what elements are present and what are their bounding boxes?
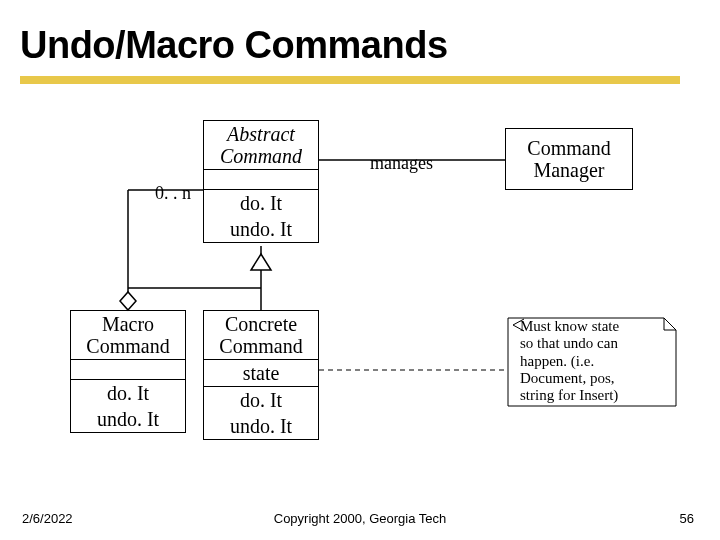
slide: Undo/Macro Commands Abstract Command do.…: [0, 0, 720, 540]
attr-compartment-empty: [71, 359, 185, 379]
manages-label: manages: [370, 153, 433, 174]
class-name: Command Manager: [506, 129, 632, 189]
note-line: so that undo can: [520, 335, 675, 352]
class-command-manager: Command Manager: [505, 128, 633, 190]
multiplicity-label: 0. . n: [155, 183, 191, 204]
class-concrete-command: Concrete Command state do. It undo. It: [203, 310, 319, 440]
op-doit: do. It: [204, 190, 318, 216]
uml-note: Must know state so that undo can happen.…: [520, 318, 675, 404]
ops-compartment: do. It undo. It: [204, 189, 318, 242]
op-undoit: undo. It: [71, 406, 185, 432]
op-doit: do. It: [204, 387, 318, 413]
aggregation-diamond-icon: [120, 292, 136, 310]
class-name: Abstract Command: [204, 121, 318, 169]
footer-copyright: Copyright 2000, Georgia Tech: [0, 511, 720, 526]
class-name: Macro Command: [71, 311, 185, 359]
attr-state: state: [204, 360, 318, 386]
page-title: Undo/Macro Commands: [20, 24, 448, 67]
class-abstract-command: Abstract Command do. It undo. It: [203, 120, 319, 243]
note-line: happen. (i.e.: [520, 353, 675, 370]
title-underline: [20, 76, 680, 84]
class-name: Concrete Command: [204, 311, 318, 359]
note-line: Document, pos,: [520, 370, 675, 387]
op-doit: do. It: [71, 380, 185, 406]
op-undoit: undo. It: [204, 216, 318, 242]
ops-compartment: do. It undo. It: [204, 386, 318, 439]
op-undoit: undo. It: [204, 413, 318, 439]
class-macro-command: Macro Command do. It undo. It: [70, 310, 186, 433]
attr-compartment: state: [204, 359, 318, 386]
note-line: string for Insert): [520, 387, 675, 404]
attr-compartment-empty: [204, 169, 318, 189]
footer-page-number: 56: [680, 511, 694, 526]
generalization-triangle-icon: [251, 254, 271, 270]
ops-compartment: do. It undo. It: [71, 379, 185, 432]
note-line: Must know state: [520, 318, 675, 335]
